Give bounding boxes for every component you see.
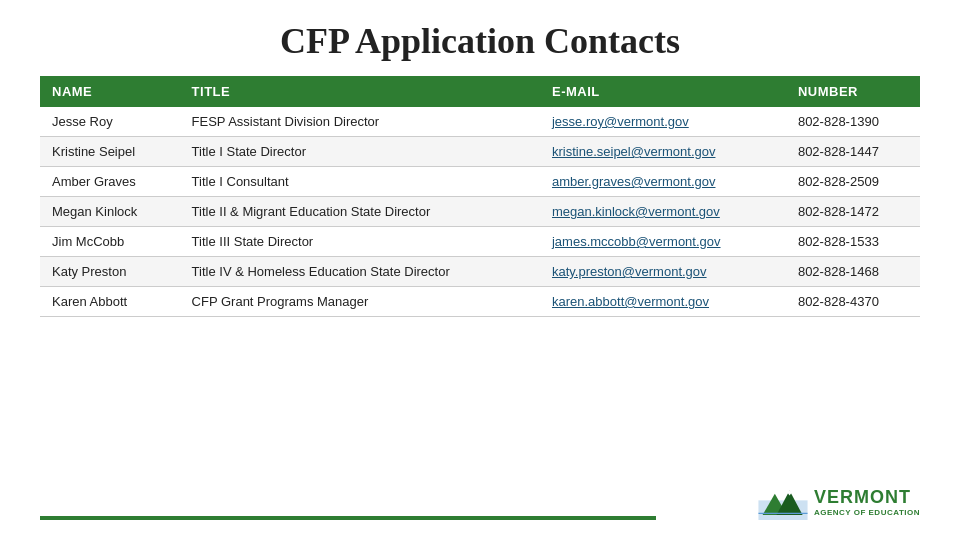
cell-email[interactable]: amber.graves@vermont.gov xyxy=(540,167,786,197)
cell-title: Title I State Director xyxy=(180,137,540,167)
cell-email[interactable]: katy.preston@vermont.gov xyxy=(540,257,786,287)
col-header-number: NUMBER xyxy=(786,76,920,107)
cell-name: Karen Abbott xyxy=(40,287,180,317)
cell-title: Title I Consultant xyxy=(180,167,540,197)
cell-number: 802-828-2509 xyxy=(786,167,920,197)
cell-email[interactable]: karen.abbott@vermont.gov xyxy=(540,287,786,317)
cell-title: FESP Assistant Division Director xyxy=(180,107,540,137)
cell-title: Title III State Director xyxy=(180,227,540,257)
col-header-email: E-MAIL xyxy=(540,76,786,107)
col-header-name: NAME xyxy=(40,76,180,107)
cell-name: Jesse Roy xyxy=(40,107,180,137)
logo-agency-text: AGENCY OF EDUCATION xyxy=(814,508,920,517)
cell-number: 802-828-1533 xyxy=(786,227,920,257)
cell-number: 802-828-4370 xyxy=(786,287,920,317)
table-row: Jesse RoyFESP Assistant Division Directo… xyxy=(40,107,920,137)
table-row: Katy PrestonTitle IV & Homeless Educatio… xyxy=(40,257,920,287)
table-row: Karen AbbottCFP Grant Programs Managerka… xyxy=(40,287,920,317)
footer-line xyxy=(40,516,656,520)
page: CFP Application Contacts NAME TITLE E-MA… xyxy=(0,0,960,540)
cell-email[interactable]: kristine.seipel@vermont.gov xyxy=(540,137,786,167)
vermont-mountain-icon xyxy=(758,484,808,520)
cell-title: Title II & Migrant Education State Direc… xyxy=(180,197,540,227)
cell-email[interactable]: james.mccobb@vermont.gov xyxy=(540,227,786,257)
table-body: Jesse RoyFESP Assistant Division Directo… xyxy=(40,107,920,317)
page-title: CFP Application Contacts xyxy=(40,20,920,62)
table-row: Megan KinlockTitle II & Migrant Educatio… xyxy=(40,197,920,227)
cell-name: Katy Preston xyxy=(40,257,180,287)
cell-number: 802-828-1447 xyxy=(786,137,920,167)
table-header: NAME TITLE E-MAIL NUMBER xyxy=(40,76,920,107)
footer: VERMONT AGENCY OF EDUCATION xyxy=(40,478,920,520)
table-row: Kristine SeipelTitle I State Directorkri… xyxy=(40,137,920,167)
cell-name: Kristine Seipel xyxy=(40,137,180,167)
cell-email[interactable]: jesse.roy@vermont.gov xyxy=(540,107,786,137)
cell-name: Megan Kinlock xyxy=(40,197,180,227)
logo-vermont-text: VERMONT xyxy=(814,487,920,508)
cell-email[interactable]: megan.kinlock@vermont.gov xyxy=(540,197,786,227)
cell-title: CFP Grant Programs Manager xyxy=(180,287,540,317)
cell-number: 802-828-1468 xyxy=(786,257,920,287)
cell-number: 802-828-1390 xyxy=(786,107,920,137)
table-row: Jim McCobbTitle III State Directorjames.… xyxy=(40,227,920,257)
col-header-title: TITLE xyxy=(180,76,540,107)
cell-name: Amber Graves xyxy=(40,167,180,197)
logo-area: VERMONT AGENCY OF EDUCATION xyxy=(758,484,920,520)
logo-text: VERMONT AGENCY OF EDUCATION xyxy=(814,487,920,517)
cell-title: Title IV & Homeless Education State Dire… xyxy=(180,257,540,287)
table-row: Amber GravesTitle I Consultantamber.grav… xyxy=(40,167,920,197)
cell-number: 802-828-1472 xyxy=(786,197,920,227)
cell-name: Jim McCobb xyxy=(40,227,180,257)
contacts-table: NAME TITLE E-MAIL NUMBER Jesse RoyFESP A… xyxy=(40,76,920,317)
